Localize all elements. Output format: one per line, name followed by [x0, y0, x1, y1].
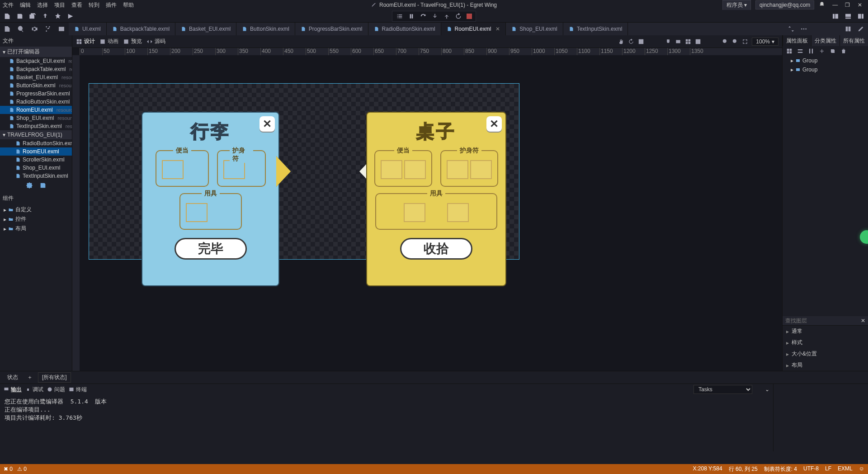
- tab-output[interactable]: 输出: [4, 386, 22, 393]
- project-file-item[interactable]: RadioButtonSkin.exml: [0, 139, 72, 147]
- open-editor-item[interactable]: RoomEUI.exmlresource\e...: [0, 106, 72, 114]
- grid2-icon[interactable]: [685, 38, 691, 45]
- state-all[interactable]: [所有状态]: [38, 372, 71, 383]
- step-out-icon[interactable]: [443, 13, 450, 20]
- mode-source[interactable]: 源码: [146, 38, 165, 45]
- item-slot[interactable]: [404, 203, 425, 222]
- layer-search-input[interactable]: [785, 318, 861, 324]
- close-icon[interactable]: ✕: [259, 116, 275, 132]
- editor-tab[interactable]: ButtonSkin.exml: [236, 23, 295, 35]
- open-editor-item[interactable]: Basket_EUI.exmlresourc...: [0, 73, 72, 81]
- item-slot[interactable]: [470, 160, 492, 179]
- artboard[interactable]: ✕ 行李 便当 护身符: [89, 83, 519, 260]
- puzzle-icon[interactable]: [26, 182, 33, 189]
- u-underline-icon[interactable]: [665, 38, 671, 45]
- tab-debug[interactable]: 调试: [25, 386, 43, 393]
- prop-size[interactable]: 大小&位置: [783, 348, 868, 360]
- zoom-in-icon[interactable]: [732, 38, 738, 45]
- outline-item[interactable]: ▸ Group: [783, 65, 868, 74]
- menu-goto[interactable]: 转到: [89, 1, 99, 9]
- component-group[interactable]: ▸ 布局: [0, 224, 72, 233]
- settings2-icon[interactable]: [756, 387, 761, 392]
- bell-icon[interactable]: [819, 1, 825, 9]
- maximize-button[interactable]: ❐: [842, 2, 853, 8]
- open-editor-item[interactable]: Backpack_EUI.exmlresour...: [0, 57, 72, 65]
- align-left-icon[interactable]: [655, 38, 661, 45]
- tab-problems[interactable]: 问题: [47, 386, 65, 393]
- warnings-count[interactable]: ⚠ 0: [17, 466, 27, 472]
- open-editor-item[interactable]: RadioButtonSkin.exmlreso...: [0, 98, 72, 106]
- mode-anim[interactable]: 动画: [99, 38, 118, 45]
- step-list-icon[interactable]: [396, 13, 403, 20]
- refresh-icon[interactable]: [628, 38, 634, 45]
- task-select[interactable]: Tasks: [693, 385, 752, 394]
- run-icon[interactable]: [67, 13, 74, 20]
- fit-icon[interactable]: [742, 38, 748, 45]
- item-slot[interactable]: [186, 203, 208, 222]
- publish-icon[interactable]: [42, 13, 49, 20]
- outline-item[interactable]: ▸ Group: [783, 56, 868, 65]
- layout-left-icon[interactable]: [832, 13, 839, 20]
- open-editor-item[interactable]: ProgressBarSkin.exmlresou...: [0, 90, 72, 98]
- feedback-icon[interactable]: ☺: [859, 465, 864, 473]
- align-icon[interactable]: [832, 25, 839, 33]
- terminal-output[interactable]: 您正在使用白鹭编译器 5.1.4 版本 正在编译项目... 项目共计编译耗时: …: [0, 395, 773, 451]
- window-icon[interactable]: [58, 25, 65, 33]
- editor-tab[interactable]: BackpackTable.exml: [107, 23, 175, 35]
- project-file-item[interactable]: RoomEUI.exml: [0, 147, 72, 156]
- open-editor-item[interactable]: Shop_EUI.exmlresource\e...: [0, 114, 72, 122]
- editor-tab[interactable]: UI.exml: [69, 23, 107, 35]
- menu-edit[interactable]: 编辑: [20, 1, 31, 9]
- open-editor-item[interactable]: TextInputSkin.exmlresou...: [0, 122, 72, 130]
- stage[interactable]: ✕ 行李 便当 护身符: [80, 55, 782, 371]
- menu-view[interactable]: 查看: [71, 1, 82, 9]
- vlist-icon[interactable]: [808, 48, 814, 54]
- cleanup-button[interactable]: 收拾: [400, 238, 472, 260]
- tab-terminal[interactable]: 终端: [69, 386, 87, 393]
- step-into-icon[interactable]: [431, 13, 439, 20]
- done-button[interactable]: 完毕: [175, 238, 247, 260]
- item-slot[interactable]: [447, 160, 468, 179]
- minimize-button[interactable]: —: [830, 2, 840, 8]
- project-header[interactable]: ▾TRAVELFROG_EUI(1): [0, 130, 72, 139]
- arrow-right-icon[interactable]: [276, 156, 291, 187]
- component-group[interactable]: ▸ 自定义: [0, 205, 72, 214]
- project-file-item[interactable]: ScrollerSkin.exml: [0, 156, 72, 164]
- chevron-down-icon[interactable]: ⌄: [765, 386, 769, 393]
- snap-icon[interactable]: [638, 38, 644, 45]
- open-editor-item[interactable]: BackpackTable.exmlreso...: [0, 65, 72, 73]
- editor-tab[interactable]: TextInputSkin.exml: [563, 23, 628, 35]
- rect-icon[interactable]: [675, 38, 681, 45]
- prop-layout[interactable]: 布局: [783, 360, 868, 371]
- project-file-item[interactable]: TextInputSkin.exml: [0, 172, 72, 180]
- editor-tab[interactable]: ProgressBarSkin.exml: [295, 23, 368, 35]
- luggage-panel[interactable]: ✕ 行李 便当 护身符: [142, 112, 279, 286]
- eol[interactable]: LF: [825, 465, 831, 473]
- mode-design[interactable]: 设计: [76, 38, 95, 45]
- item-slot[interactable]: [223, 160, 245, 179]
- hand-icon[interactable]: [618, 38, 624, 45]
- editor-tab[interactable]: RadioButtonSkin.exml: [368, 23, 441, 35]
- search-icon[interactable]: [17, 25, 24, 33]
- layout-bottom-icon[interactable]: [844, 13, 852, 20]
- save-all-icon[interactable]: [29, 13, 36, 20]
- component-group[interactable]: ▸ 控件: [0, 214, 72, 224]
- role-dropdown[interactable]: 程序员 ▾: [722, 0, 751, 10]
- editor-tab[interactable]: Shop_EUI.exml: [506, 23, 563, 35]
- mode-preview[interactable]: 预览: [123, 38, 142, 45]
- menu-select[interactable]: 选择: [37, 1, 48, 9]
- expand-icon[interactable]: [705, 38, 711, 45]
- menu-project[interactable]: 项目: [54, 1, 65, 9]
- more-icon[interactable]: [800, 25, 807, 33]
- errors-count[interactable]: ✖ 0: [4, 466, 13, 472]
- hlist-icon[interactable]: [797, 48, 803, 54]
- zoom-dropdown[interactable]: 100%▾: [752, 38, 778, 46]
- grid-icon[interactable]: [786, 48, 793, 54]
- item-slot[interactable]: [381, 160, 402, 179]
- trash-icon[interactable]: [840, 48, 847, 54]
- compare-icon[interactable]: [788, 25, 795, 33]
- user-account[interactable]: qinchangjie@qq.com: [755, 0, 814, 9]
- project-file-item[interactable]: Shop_EUI.exml: [0, 164, 72, 172]
- add-state-button[interactable]: ＋: [27, 374, 33, 381]
- cursor-lncol[interactable]: 行 60, 列 25: [729, 465, 758, 473]
